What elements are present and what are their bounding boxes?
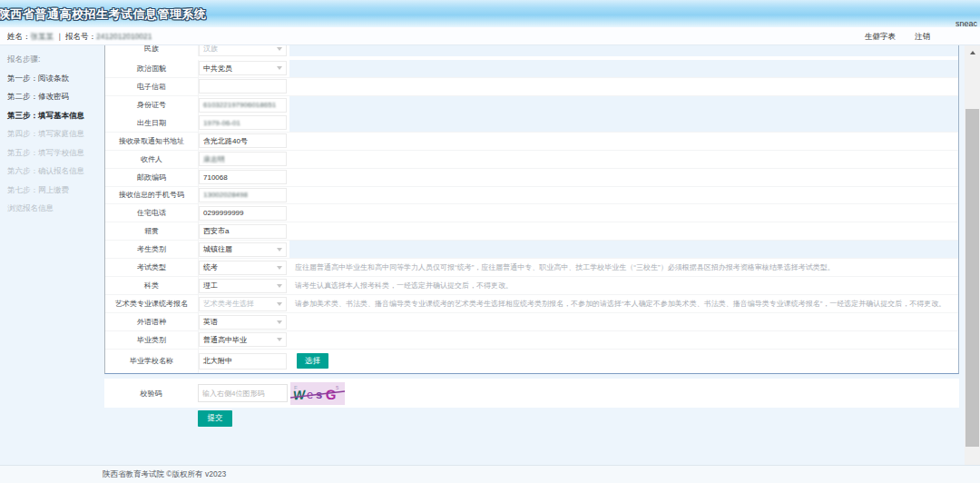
input-native-place[interactable]: 西安市a (199, 224, 287, 239)
input-school-name[interactable]: 北大附中 (199, 353, 287, 370)
select-exam-type[interactable]: 统考 (199, 261, 287, 275)
separator: ｜ (55, 32, 63, 41)
vertical-scrollbar[interactable] (965, 45, 980, 465)
registration-steps-sidebar: 报名步骤: 第一步：阅读条款第二步：修改密码第三步：填写基本信息第四步：填写家庭… (0, 45, 103, 218)
sidebar-step-8: 浏览报名信息 (0, 199, 103, 218)
sidebar-step-6: 第六步：确认报名信息 (0, 162, 103, 181)
input-postcode[interactable]: 710068 (199, 170, 287, 184)
input-recipient[interactable]: 康志明 (199, 152, 287, 166)
form-row-recipient: 收件人康志明 (105, 151, 958, 169)
input-id-number[interactable]: 610322197906018651 (199, 98, 287, 113)
label-subject-category: 科类 (105, 277, 199, 294)
name-value: 张某某 (31, 32, 54, 41)
sidebar-step-7: 第七步：网上缴费 (0, 181, 103, 200)
value-id-number: 610322197906018651 (203, 101, 276, 109)
hint-school-name: 选择 (289, 350, 958, 373)
hint-politics (289, 60, 958, 77)
label-exam-type: 考试类型 (105, 259, 199, 276)
select-politics[interactable]: 中共党员 (199, 61, 287, 75)
label-foreign-language: 外语语种 (105, 313, 199, 330)
hint-subject-category: 请考生认真选择本人报考科类，一经选定并确认提交后，不得更改。 (289, 277, 958, 294)
select-candidate-category[interactable]: 城镇往届 (199, 242, 287, 257)
label-school-name: 毕业学校名称 (105, 350, 199, 373)
regno-label: 报名号： (65, 32, 96, 41)
form-row-exam-type: 考试类型统考应往届普通高中毕业生和高中同等学力人员仅可报“统考”，应往届普通中专… (105, 259, 958, 277)
form-row-email: 电子信箱 (105, 78, 958, 96)
sidebar-step-2[interactable]: 第二步：修改密码 (0, 87, 103, 106)
hint-email (289, 78, 958, 95)
hint-graduation-category (289, 331, 958, 349)
sidebar-step-3[interactable]: 第三步：填写基本信息 (0, 106, 103, 125)
value-foreign-language: 英语 (203, 317, 218, 327)
chevron-down-icon (277, 338, 282, 341)
scrollbar-thumb[interactable] (965, 109, 979, 447)
label-art-exam: 艺术类专业课统考报名 (105, 295, 199, 312)
form-row-politics: 政治面貌中共党员 (105, 60, 958, 78)
value-mail-address: 含光北路40号 (203, 136, 248, 146)
chevron-down-icon (277, 320, 282, 324)
value-nation: 汉族 (203, 45, 218, 54)
sidebar-step-5: 第五步：填写学校信息 (0, 143, 103, 163)
submit-button[interactable]: 提交 (198, 410, 232, 427)
hint-exam-type: 应往届普通高中毕业生和高中同等学力人员仅可报“统考”，应往届普通中专、职业高中、… (289, 259, 958, 276)
value-exam-type: 统考 (203, 262, 218, 272)
select-subject-category[interactable]: 理工 (199, 279, 287, 293)
value-birth-date: 1979-06-01 (203, 119, 240, 127)
chevron-down-icon (277, 302, 282, 306)
label-native-place: 籍贯 (105, 222, 199, 240)
value-native-place: 西安市a (203, 226, 229, 236)
label-politics: 政治面貌 (105, 60, 199, 77)
form-table: 民族汉族政治面貌中共党员电子信箱身份证号610322197906018651出生… (104, 45, 959, 374)
choose-school-button[interactable]: 选择 (297, 353, 328, 369)
user-bar: 姓名：张某某 ｜ 报名号：2412012010021 生僻字表 注销 (0, 27, 980, 45)
form-row-school-name: 毕业学校名称北大附中选择 (105, 350, 958, 373)
scrollbar-up-button[interactable] (965, 45, 980, 59)
arrow-up-icon (970, 51, 975, 54)
value-graduation-category: 普通高中毕业 (203, 335, 247, 345)
select-art-exam[interactable]: 艺术类考生选择 (199, 297, 287, 311)
captcha-input[interactable]: 输入右侧4位图形码 (198, 384, 288, 402)
value-mobile: 13002028498 (203, 191, 248, 199)
form-row-mobile: 接收信息的手机号码13002028498 (105, 187, 958, 205)
select-nation[interactable]: 汉族 (199, 45, 287, 56)
input-email[interactable] (199, 79, 287, 94)
hint-candidate-category (289, 241, 958, 258)
label-graduation-category: 毕业类别 (105, 331, 199, 349)
hint-recipient (289, 151, 958, 168)
value-art-exam: 艺术类考生选择 (203, 299, 254, 309)
rare-characters-link[interactable]: 生僻字表 (865, 27, 896, 45)
name-label: 姓名： (7, 32, 31, 41)
captcha-char: G (325, 387, 337, 403)
input-home-phone[interactable]: 0299999999 (199, 206, 287, 221)
logout-link[interactable]: 注销 (915, 27, 930, 45)
form-row-id-number: 身份证号610322197906018651 (105, 96, 958, 114)
label-recipient: 收件人 (105, 151, 199, 168)
regno-value: 2412012010021 (96, 32, 152, 41)
hint-birth-date (289, 114, 958, 132)
label-id-number: 身份证号 (105, 96, 199, 114)
app-title: 陕西省普通高校招生考试信息管理系统 (0, 6, 207, 23)
chevron-down-icon (277, 66, 282, 70)
select-foreign-language[interactable]: 英语 (199, 315, 287, 330)
label-postcode: 邮政编码 (105, 169, 199, 186)
select-graduation-category[interactable]: 普通高中毕业 (199, 332, 287, 347)
copyright-text: 陕西省教育考试院 ©版权所有 v2023 (103, 466, 226, 483)
form-row-home-phone: 住宅电话0299999999 (105, 204, 958, 222)
captcha-image[interactable]: F 5 W e s G (290, 382, 345, 405)
label-mobile: 接收信息的手机号码 (105, 187, 199, 204)
label-email: 电子信箱 (105, 78, 199, 95)
input-mobile[interactable]: 13002028498 (199, 188, 287, 202)
hint-native-place (289, 222, 958, 240)
form-row-postcode: 邮政编码710068 (105, 169, 958, 187)
app-header: 陕西省普通高校招生考试信息管理系统 (0, 0, 980, 27)
hint-nation (289, 45, 958, 56)
input-mail-address[interactable]: 含光北路40号 (199, 133, 287, 148)
hint-id-number (289, 96, 958, 114)
hint-postcode (289, 169, 958, 186)
value-politics: 中共党员 (203, 64, 232, 74)
form-row-subject-category: 科类理工请考生认真选择本人报考科类，一经选定并确认提交后，不得更改。 (105, 277, 958, 295)
sidebar-step-1[interactable]: 第一步：阅读条款 (0, 69, 103, 88)
input-birth-date[interactable]: 1979-06-01 (199, 115, 287, 130)
value-recipient: 康志明 (203, 154, 225, 164)
captcha-row: 校验码 输入右侧4位图形码 F 5 W e s G (104, 379, 959, 408)
